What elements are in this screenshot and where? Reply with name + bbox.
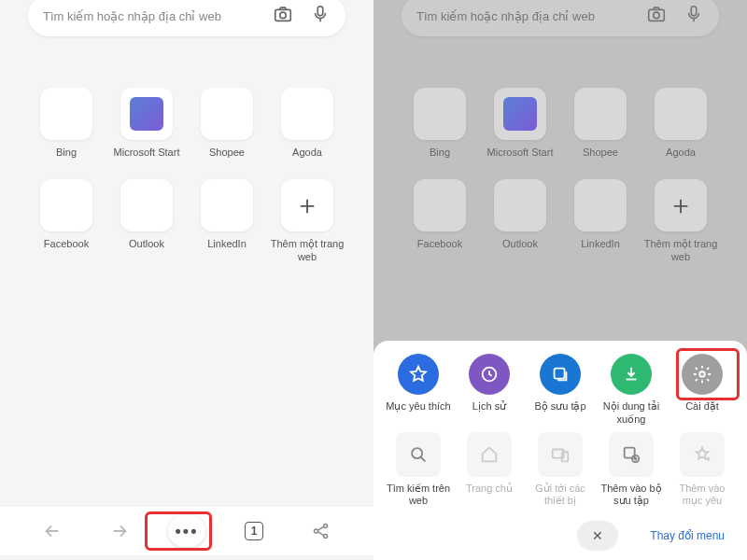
close-icon: ✕ [592, 528, 603, 543]
tile-shopee[interactable]: Shopee [189, 88, 265, 172]
svg-point-5 [324, 534, 328, 538]
svg-point-13 [412, 448, 422, 458]
menu-add-collection[interactable]: Thêm vào bộ sưu tập [598, 432, 665, 509]
download-icon [611, 354, 652, 395]
tile-outlook[interactable]: Outlook [108, 179, 185, 264]
change-menu-link[interactable]: Thay đổi menu [650, 529, 725, 542]
svg-point-7 [654, 12, 659, 18]
collection-icon [540, 354, 581, 395]
star-icon [398, 354, 439, 395]
speed-dial-grid-dim: Bing Microsoft Start Shopee Agoda Facebo… [374, 41, 747, 264]
svg-point-12 [699, 371, 705, 377]
speed-dial-grid: Bing Microsoft Start Shopee Agoda Facebo… [0, 41, 374, 264]
search-placeholder: Tìm kiếm hoặc nhập địa chỉ web [43, 9, 273, 23]
more-button[interactable]: ••• [168, 512, 205, 550]
more-icon: ••• [168, 515, 205, 547]
tabs-button[interactable]: 1 [235, 512, 273, 550]
home-icon [467, 432, 512, 477]
devices-icon [538, 432, 583, 477]
svg-point-1 [280, 12, 286, 18]
back-button[interactable] [34, 512, 71, 550]
svg-rect-0 [275, 9, 291, 21]
msstart-icon [130, 97, 163, 131]
home-screen: Tìm kiếm hoặc nhập địa chỉ web Bing Micr… [0, 0, 374, 560]
camera-icon[interactable] [273, 4, 293, 28]
home-screen-dimmed: Tìm kiếm hoặc nhập địa chỉ web Bing Micr… [374, 0, 747, 560]
menu-settings[interactable]: Cài đặt [669, 354, 736, 427]
close-sheet-button[interactable]: ✕ [577, 521, 618, 551]
mic-icon [684, 4, 704, 28]
menu-favorites[interactable]: Mục yêu thích [385, 354, 452, 427]
tile-agoda[interactable]: Agoda [269, 88, 345, 172]
bottom-toolbar: ••• 1 [0, 507, 374, 555]
tile-facebook[interactable]: Facebook [28, 179, 105, 264]
menu-send-devices[interactable]: Gửi tới các thiết bị [527, 432, 594, 509]
tile-microsoft-start[interactable]: Microsoft Start [108, 88, 185, 172]
menu-downloads[interactable]: Nội dung tải xuống [598, 354, 665, 427]
menu-add-favorite[interactable]: Thêm vào mục yêu [669, 432, 736, 509]
menu-row-2: Tìm kiếm trên web Trang chủ Gửi tới các … [383, 432, 738, 509]
sheet-footer: ✕ Thay đổi menu [383, 513, 738, 554]
tile-linkedin[interactable]: LinkedIn [189, 179, 265, 264]
search-icon [396, 432, 441, 477]
overflow-menu-sheet: Mục yêu thích Lịch sử Bộ sưu tập Nội dun… [374, 341, 747, 560]
svg-rect-6 [649, 9, 665, 21]
menu-search-web[interactable]: Tìm kiếm trên web [385, 432, 452, 509]
svg-point-4 [324, 524, 328, 527]
add-star-icon [680, 432, 725, 477]
search-bar-dim: Tìm kiếm hoặc nhập địa chỉ web [402, 0, 719, 36]
search-bar[interactable]: Tìm kiếm hoặc nhập địa chỉ web [28, 0, 345, 36]
svg-rect-8 [691, 7, 697, 16]
svg-point-3 [314, 529, 317, 533]
menu-home[interactable]: Trang chủ [456, 432, 523, 509]
menu-history[interactable]: Lịch sử [456, 354, 523, 427]
plus-icon: ＋ [281, 179, 333, 231]
tile-add-page[interactable]: ＋Thêm một trang web [269, 179, 345, 264]
add-collection-icon [609, 432, 654, 477]
svg-rect-10 [555, 369, 565, 379]
menu-collections[interactable]: Bộ sưu tập [527, 354, 594, 427]
menu-row-1: Mục yêu thích Lịch sử Bộ sưu tập Nội dun… [383, 354, 738, 427]
share-button[interactable] [303, 512, 340, 550]
history-icon [469, 354, 510, 395]
forward-button[interactable] [101, 512, 138, 550]
svg-rect-2 [317, 7, 323, 16]
gear-icon [682, 354, 723, 395]
tile-bing[interactable]: Bing [28, 88, 105, 172]
camera-icon [646, 4, 667, 28]
mic-icon[interactable] [310, 4, 331, 28]
